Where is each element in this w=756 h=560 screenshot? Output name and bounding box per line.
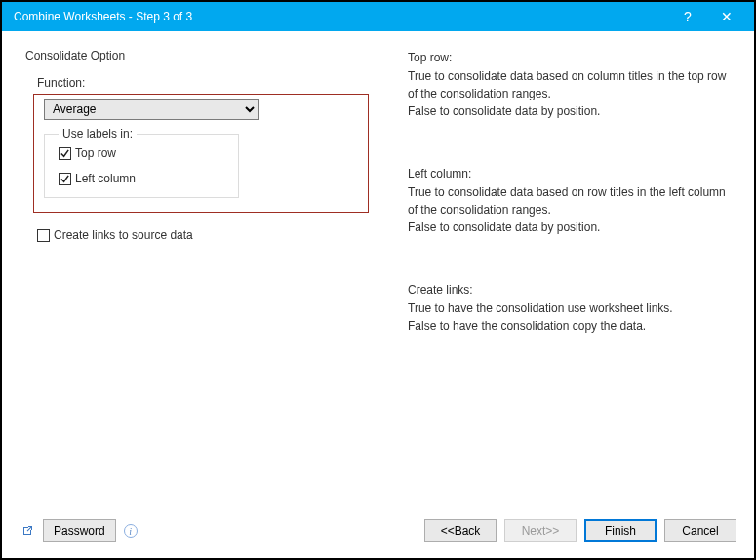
function-label: Function: — [37, 76, 377, 90]
finish-button[interactable]: Finish — [584, 519, 657, 542]
help-title: Left column: — [408, 165, 731, 182]
left-column-checkbox-row[interactable]: Left column — [59, 172, 224, 185]
left-column-label: Left column — [75, 172, 136, 185]
consolidate-option-label: Consolidate Option — [25, 49, 377, 62]
help-text: False to have the consolidation copy the… — [408, 317, 731, 335]
help-title: Create links: — [408, 281, 731, 299]
labels-legend: Use labels in: — [59, 127, 137, 140]
check-icon — [60, 148, 70, 159]
window-title: Combine Worksheets - Step 3 of 3 — [10, 10, 668, 23]
close-button[interactable]: ✕ — [707, 2, 746, 31]
help-text: False to consolidate data by position. — [408, 219, 731, 236]
highlight-box: Average Use labels in: Top row Le — [33, 94, 369, 213]
info-icon[interactable]: i — [124, 524, 138, 538]
external-link-icon[interactable] — [20, 523, 35, 539]
right-panel: Top row: True to consolidate data based … — [408, 49, 731, 498]
help-left-column: Left column: True to consolidate data ba… — [408, 165, 731, 236]
function-select[interactable]: Average — [44, 99, 259, 120]
cancel-button[interactable]: Cancel — [664, 519, 736, 542]
footer-left: Password i — [20, 519, 138, 542]
help-create-links: Create links: True to have the consolida… — [408, 281, 731, 335]
check-icon — [60, 174, 70, 184]
labels-group: Use labels in: Top row Left column — [44, 134, 239, 198]
help-text: True to consolidate data based on column… — [408, 67, 731, 102]
help-text: True to have the consolidation use works… — [408, 300, 731, 317]
titlebar: Combine Worksheets - Step 3 of 3 ? ✕ — [2, 2, 754, 31]
footer-right: <<Back Next>> Finish Cancel — [424, 519, 736, 542]
top-row-checkbox[interactable] — [59, 147, 71, 160]
footer: Password i <<Back Next>> Finish Cancel — [2, 509, 754, 558]
help-title: Top row: — [408, 49, 731, 66]
create-links-label: Create links to source data — [54, 228, 193, 242]
help-icon: ? — [684, 9, 692, 24]
close-icon: ✕ — [721, 9, 733, 24]
help-text: False to consolidate data by position. — [408, 102, 731, 120]
password-button[interactable]: Password — [43, 519, 116, 542]
help-text: True to consolidate data based on row ti… — [408, 183, 731, 219]
help-button[interactable]: ? — [668, 2, 707, 31]
create-links-checkbox[interactable] — [37, 229, 50, 242]
top-row-checkbox-row[interactable]: Top row — [59, 146, 224, 160]
left-column-checkbox[interactable] — [59, 173, 71, 185]
back-button[interactable]: <<Back — [424, 519, 497, 542]
help-top-row: Top row: True to consolidate data based … — [408, 49, 731, 120]
create-links-checkbox-row[interactable]: Create links to source data — [37, 228, 377, 242]
left-panel: Consolidate Option Function: Average Use… — [25, 49, 377, 498]
consolidate-option-group: Consolidate Option Function: Average Use… — [25, 49, 377, 242]
main-content: Consolidate Option Function: Average Use… — [2, 31, 754, 509]
next-button: Next>> — [504, 519, 577, 542]
top-row-label: Top row — [75, 146, 116, 160]
